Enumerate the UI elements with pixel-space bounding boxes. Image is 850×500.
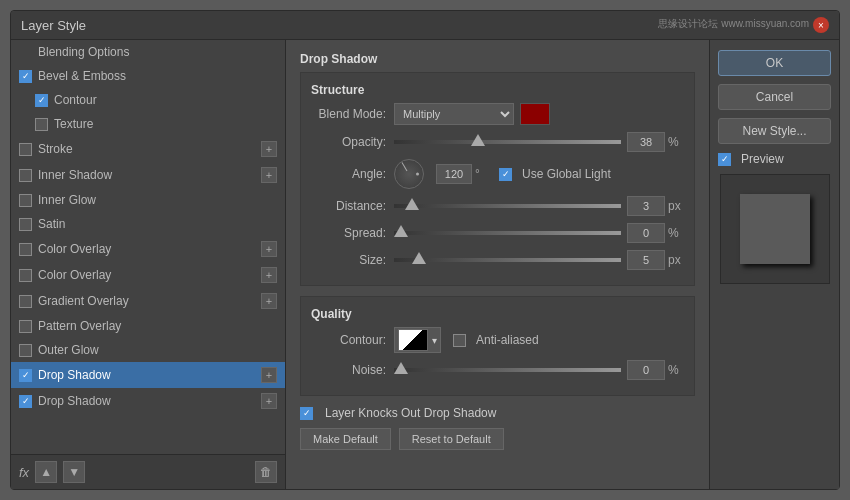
distance-slider-container <box>394 204 621 208</box>
bottom-toolbar: fx ▲ ▼ 🗑 <box>11 454 285 489</box>
noise-unit: % <box>668 363 684 377</box>
checkbox-inner-glow[interactable] <box>19 194 32 207</box>
structure-section: Structure Blend Mode: NormalDissolveDark… <box>300 72 695 286</box>
layer-item-color-overlay-2[interactable]: Color Overlay+ <box>11 262 285 288</box>
noise-label: Noise: <box>311 363 386 377</box>
spread-slider[interactable] <box>394 231 621 235</box>
add-btn-color-overlay-2[interactable]: + <box>261 267 277 283</box>
label-bevel-emboss: Bevel & Emboss <box>38 69 126 83</box>
spread-slider-thumb <box>394 225 408 237</box>
checkbox-outer-glow[interactable] <box>19 344 32 357</box>
preview-text: Preview <box>741 152 784 166</box>
knockout-checkbox[interactable] <box>300 407 313 420</box>
use-global-light-checkbox[interactable] <box>499 168 512 181</box>
noise-row: Noise: % <box>311 360 684 380</box>
color-swatch[interactable] <box>520 103 550 125</box>
label-gradient-overlay: Gradient Overlay <box>38 294 129 308</box>
distance-row: Distance: px <box>311 196 684 216</box>
angle-dot <box>416 173 419 176</box>
label-stroke: Stroke <box>38 142 73 156</box>
layer-item-outer-glow[interactable]: Outer Glow <box>11 338 285 362</box>
checkbox-contour[interactable] <box>35 94 48 107</box>
size-slider[interactable] <box>394 258 621 262</box>
add-btn-color-overlay-1[interactable]: + <box>261 241 277 257</box>
contour-label: Contour: <box>311 333 386 347</box>
opacity-label: Opacity: <box>311 135 386 149</box>
preview-checkbox[interactable] <box>718 153 731 166</box>
quality-title: Quality <box>311 307 684 321</box>
checkbox-bevel-emboss[interactable] <box>19 70 32 83</box>
layer-item-inner-shadow[interactable]: Inner Shadow+ <box>11 162 285 188</box>
label-color-overlay-1: Color Overlay <box>38 242 111 256</box>
cancel-button[interactable]: Cancel <box>718 84 831 110</box>
use-global-light-label[interactable]: Use Global Light <box>499 167 611 181</box>
add-btn-inner-shadow[interactable]: + <box>261 167 277 183</box>
layer-item-stroke[interactable]: Stroke+ <box>11 136 285 162</box>
checkbox-pattern-overlay[interactable] <box>19 320 32 333</box>
layer-item-pattern-overlay[interactable]: Pattern Overlay <box>11 314 285 338</box>
new-style-button[interactable]: New Style... <box>718 118 831 144</box>
add-btn-drop-shadow-2[interactable]: + <box>261 393 277 409</box>
layer-item-satin[interactable]: Satin <box>11 212 285 236</box>
opacity-row: Opacity: % <box>311 132 684 152</box>
delete-button[interactable]: 🗑 <box>255 461 277 483</box>
layer-item-contour[interactable]: Contour <box>11 88 285 112</box>
checkbox-stroke[interactable] <box>19 143 32 156</box>
angle-row: Angle: ° Use Global Light <box>311 159 684 189</box>
layer-item-blending-options[interactable]: Blending Options <box>11 40 285 64</box>
angle-unit: ° <box>475 167 491 181</box>
checkbox-satin[interactable] <box>19 218 32 231</box>
dialog-body: Blending OptionsBevel & EmbossContourTex… <box>11 40 839 489</box>
checkbox-gradient-overlay[interactable] <box>19 295 32 308</box>
move-up-button[interactable]: ▲ <box>35 461 57 483</box>
angle-dial[interactable] <box>394 159 424 189</box>
reset-to-default-button[interactable]: Reset to Default <box>399 428 504 450</box>
label-inner-glow: Inner Glow <box>38 193 96 207</box>
ok-button[interactable]: OK <box>718 50 831 76</box>
layer-item-drop-shadow-2[interactable]: Drop Shadow+ <box>11 388 285 414</box>
noise-input[interactable] <box>627 360 665 380</box>
checkbox-color-overlay-1[interactable] <box>19 243 32 256</box>
spread-input[interactable] <box>627 223 665 243</box>
checkbox-drop-shadow-2[interactable] <box>19 395 32 408</box>
anti-aliased-checkbox[interactable] <box>453 334 466 347</box>
distance-input[interactable] <box>627 196 665 216</box>
anti-aliased-text: Anti-aliased <box>476 333 539 347</box>
checkbox-texture[interactable] <box>35 118 48 131</box>
anti-aliased-label[interactable]: Anti-aliased <box>453 333 539 347</box>
make-default-button[interactable]: Make Default <box>300 428 391 450</box>
opacity-slider[interactable] <box>394 140 621 144</box>
layer-item-inner-glow[interactable]: Inner Glow <box>11 188 285 212</box>
add-btn-stroke[interactable]: + <box>261 141 277 157</box>
layer-item-color-overlay-1[interactable]: Color Overlay+ <box>11 236 285 262</box>
close-button[interactable]: × <box>813 17 829 33</box>
layer-item-bevel-emboss[interactable]: Bevel & Emboss <box>11 64 285 88</box>
size-row: Size: px <box>311 250 684 270</box>
blend-mode-select[interactable]: NormalDissolveDarkenMultiplyColor BurnLi… <box>394 103 514 125</box>
layer-item-texture[interactable]: Texture <box>11 112 285 136</box>
preview-canvas <box>720 174 830 284</box>
add-btn-drop-shadow-1[interactable]: + <box>261 367 277 383</box>
layer-item-drop-shadow-1[interactable]: Drop Shadow+ <box>11 362 285 388</box>
distance-slider[interactable] <box>394 204 621 208</box>
layer-item-gradient-overlay[interactable]: Gradient Overlay+ <box>11 288 285 314</box>
add-btn-gradient-overlay[interactable]: + <box>261 293 277 309</box>
spread-unit: % <box>668 226 684 240</box>
label-contour: Contour <box>54 93 97 107</box>
move-down-button[interactable]: ▼ <box>63 461 85 483</box>
fx-label: fx <box>19 465 29 480</box>
contour-dropdown[interactable]: ▾ <box>394 327 441 353</box>
use-global-light-text: Use Global Light <box>522 167 611 181</box>
checkbox-drop-shadow-1[interactable] <box>19 369 32 382</box>
angle-input[interactable] <box>436 164 472 184</box>
angle-label: Angle: <box>311 167 386 181</box>
knockout-row: Layer Knocks Out Drop Shadow <box>300 406 695 420</box>
checkbox-inner-shadow[interactable] <box>19 169 32 182</box>
angle-indicator <box>402 162 408 171</box>
noise-slider[interactable] <box>394 368 621 372</box>
contour-row: Contour: ▾ Anti-aliased <box>311 327 684 353</box>
size-unit: px <box>668 253 684 267</box>
opacity-input[interactable] <box>627 132 665 152</box>
checkbox-color-overlay-2[interactable] <box>19 269 32 282</box>
size-input[interactable] <box>627 250 665 270</box>
